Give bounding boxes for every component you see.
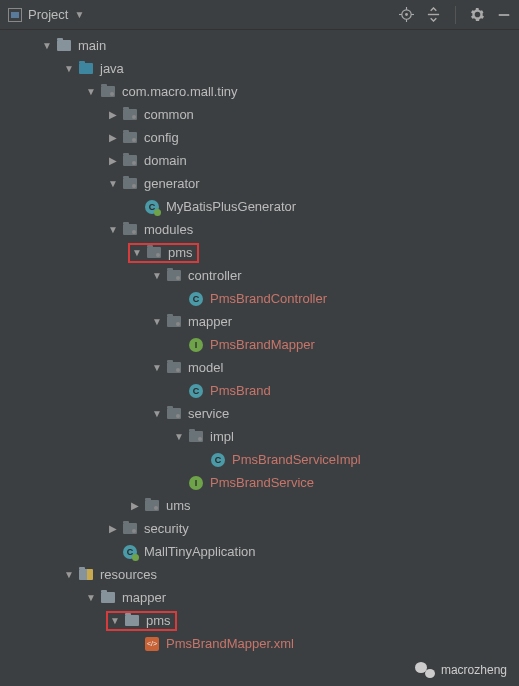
package-icon <box>122 176 138 192</box>
folder-icon <box>100 590 116 606</box>
xml-file-icon: </> <box>144 636 160 652</box>
runnable-class-icon: C <box>144 199 160 215</box>
chevron-down-icon: ▼ <box>74 9 84 20</box>
collapse-arrow-icon[interactable]: ▶ <box>106 155 120 166</box>
tree-node-label: model <box>188 360 223 375</box>
svg-point-1 <box>405 13 408 16</box>
package-icon <box>122 130 138 146</box>
tree-row[interactable]: ▶common <box>0 103 519 126</box>
expand-arrow-icon[interactable]: ▼ <box>106 224 120 235</box>
expand-arrow-icon[interactable]: ▼ <box>172 431 186 442</box>
tree-node-label: config <box>144 130 179 145</box>
tree-row[interactable]: ▼main <box>0 34 519 57</box>
tree-row[interactable]: ▼modules <box>0 218 519 241</box>
collapse-arrow-icon[interactable]: ▶ <box>106 132 120 143</box>
tree-row[interactable]: ▶security <box>0 517 519 540</box>
tree-node-label: PmsBrandMapper <box>210 337 315 352</box>
runnable-class-icon: C <box>122 544 138 560</box>
tree-row[interactable]: ▶config <box>0 126 519 149</box>
collapse-arrow-icon[interactable]: ▶ <box>106 523 120 534</box>
tree-row[interactable]: IPmsBrandService <box>0 471 519 494</box>
tree-row[interactable]: ▼java <box>0 57 519 80</box>
tree-row[interactable]: CPmsBrandController <box>0 287 519 310</box>
tree-row[interactable]: ▶domain <box>0 149 519 172</box>
package-icon <box>122 153 138 169</box>
collapse-arrow-icon[interactable]: ▶ <box>106 109 120 120</box>
tree-row[interactable]: ▼model <box>0 356 519 379</box>
expand-arrow-icon[interactable]: ▼ <box>150 316 164 327</box>
expand-arrow-icon[interactable]: ▼ <box>150 408 164 419</box>
tree-row[interactable]: ▼service <box>0 402 519 425</box>
class-icon: C <box>210 452 226 468</box>
project-icon <box>8 8 22 22</box>
tree-node-label: pms <box>146 613 171 628</box>
tree-node-label: PmsBrandService <box>210 475 314 490</box>
collapse-arrow-icon[interactable]: ▶ <box>128 500 142 511</box>
tree-row[interactable]: ▼com.macro.mall.tiny <box>0 80 519 103</box>
expand-arrow-icon[interactable]: ▼ <box>62 63 76 74</box>
wechat-icon <box>415 662 435 678</box>
tree-row[interactable]: CMallTinyApplication <box>0 540 519 563</box>
toolbar-title: Project <box>28 7 68 22</box>
collapse-all-icon[interactable] <box>426 7 441 22</box>
tree-node-label: PmsBrand <box>210 383 271 398</box>
expand-arrow-icon[interactable]: ▼ <box>150 362 164 373</box>
tree-node-label: ums <box>166 498 191 513</box>
expand-arrow-icon[interactable]: ▼ <box>62 569 76 580</box>
expand-arrow-icon[interactable]: ▼ <box>108 615 122 626</box>
package-icon <box>166 360 182 376</box>
hide-icon[interactable] <box>497 8 511 22</box>
package-icon <box>144 498 160 514</box>
package-icon <box>146 245 162 261</box>
tree-node-label: MyBatisPlusGenerator <box>166 199 296 214</box>
tree-row[interactable]: ▼mapper <box>0 586 519 609</box>
tree-row[interactable]: ▼mapper <box>0 310 519 333</box>
tree-row[interactable]: CMyBatisPlusGenerator <box>0 195 519 218</box>
tree-node-label: mapper <box>122 590 166 605</box>
tree-node-label: PmsBrandController <box>210 291 327 306</box>
tree-row[interactable]: CPmsBrandServiceImpl <box>0 448 519 471</box>
expand-arrow-icon[interactable]: ▼ <box>150 270 164 281</box>
gear-icon[interactable] <box>470 7 485 22</box>
package-icon <box>166 268 182 284</box>
tree-row[interactable]: ▼resources <box>0 563 519 586</box>
expand-arrow-icon[interactable]: ▼ <box>40 40 54 51</box>
tree-node-label: controller <box>188 268 241 283</box>
class-icon: C <box>188 291 204 307</box>
tree-row[interactable]: ▼impl <box>0 425 519 448</box>
expand-arrow-icon[interactable]: ▼ <box>130 247 144 258</box>
tree-node-label: resources <box>100 567 157 582</box>
toolbar: Project ▼ <box>0 0 519 30</box>
tree-node-label: service <box>188 406 229 421</box>
watermark-text: macrozheng <box>441 663 507 677</box>
tree-node-label: PmsBrandServiceImpl <box>232 452 361 467</box>
tree-row[interactable]: IPmsBrandMapper <box>0 333 519 356</box>
source-folder-icon <box>78 61 94 77</box>
expand-arrow-icon[interactable]: ▼ <box>84 86 98 97</box>
expand-arrow-icon[interactable]: ▼ <box>106 178 120 189</box>
interface-icon: I <box>188 475 204 491</box>
tree-row[interactable]: ▼controller <box>0 264 519 287</box>
tree-row[interactable]: </>PmsBrandMapper.xml <box>0 632 519 655</box>
tree-node-label: main <box>78 38 106 53</box>
tree-row[interactable]: ▼pms <box>0 241 519 264</box>
package-icon <box>166 406 182 422</box>
project-dropdown[interactable]: Project ▼ <box>8 7 84 22</box>
tree-node-label: PmsBrandMapper.xml <box>166 636 294 651</box>
tree-row[interactable]: ▼pms <box>0 609 519 632</box>
resources-folder-icon <box>78 567 94 583</box>
package-icon <box>188 429 204 445</box>
toolbar-separator <box>455 6 456 24</box>
expand-arrow-icon[interactable]: ▼ <box>84 592 98 603</box>
interface-icon: I <box>188 337 204 353</box>
tree-row[interactable]: ▼generator <box>0 172 519 195</box>
tree-row[interactable]: ▶ums <box>0 494 519 517</box>
package-icon <box>100 84 116 100</box>
highlight-box: ▼pms <box>128 243 199 263</box>
tree-row[interactable]: CPmsBrand <box>0 379 519 402</box>
tree-node-label: domain <box>144 153 187 168</box>
package-icon <box>166 314 182 330</box>
package-icon <box>122 521 138 537</box>
locate-icon[interactable] <box>399 7 414 22</box>
tree-node-label: java <box>100 61 124 76</box>
